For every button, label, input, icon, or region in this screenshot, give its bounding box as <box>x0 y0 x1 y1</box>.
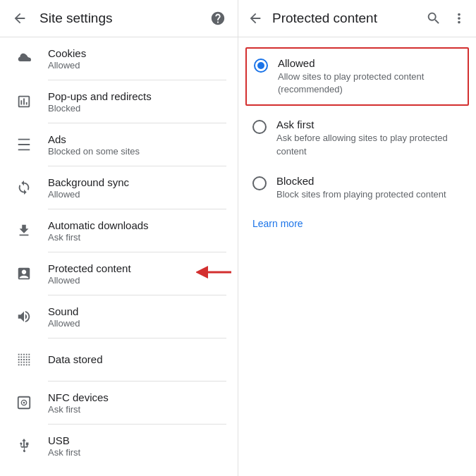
options-list: Allowed Allow sites to play protected co… <box>238 37 476 243</box>
ask-first-subtitle: Ask before allowing sites to play protec… <box>276 132 462 157</box>
option-ask-first[interactable]: Ask first Ask before allowing sites to p… <box>238 110 476 166</box>
ads-item-text: Ads Blocked on some sites <box>48 133 226 157</box>
allowed-subtitle: Allow sites to play protected content (r… <box>278 71 460 96</box>
learn-more-link[interactable]: Learn more <box>238 209 476 238</box>
cookies-item-text: Cookies Allowed <box>48 47 226 71</box>
right-back-button[interactable] <box>247 10 264 27</box>
allowed-title: Allowed <box>278 57 460 69</box>
help-button[interactable] <box>209 10 226 27</box>
protected-content-icon <box>11 261 37 286</box>
radio-inner-allowed <box>257 62 264 69</box>
data-stored-title: Data stored <box>48 353 226 365</box>
sound-item-text: Sound Allowed <box>48 305 226 329</box>
usb-title: USB <box>48 434 226 446</box>
settings-item-protected-content[interactable]: Protected content Allowed <box>0 252 238 295</box>
download-icon <box>11 218 37 243</box>
usb-icon <box>11 433 37 458</box>
right-panel-title: Protected content <box>272 11 417 26</box>
radio-blocked <box>252 176 267 190</box>
svg-point-4 <box>23 402 25 404</box>
more-options-button[interactable] <box>451 10 468 27</box>
settings-item-ads[interactable]: Ads Blocked on some sites <box>0 123 238 166</box>
settings-list: Cookies Allowed Pop-ups and redirects Bl… <box>0 37 238 476</box>
blocked-subtitle: Block sites from playing protected conte… <box>276 188 446 201</box>
cookies-subtitle: Allowed <box>48 60 226 71</box>
settings-item-data-stored[interactable]: Data stored <box>0 338 238 381</box>
usb-item-text: USB Ask first <box>48 434 226 458</box>
settings-item-downloads[interactable]: Automatic downloads Ask first <box>0 209 238 252</box>
popups-subtitle: Blocked <box>48 103 226 114</box>
background-sync-title: Background sync <box>48 176 226 188</box>
cookies-icon <box>11 46 37 71</box>
nfc-item-text: NFC devices Ask first <box>48 391 226 415</box>
usb-subtitle: Ask first <box>48 447 226 458</box>
back-button[interactable] <box>11 10 28 27</box>
background-sync-text: Background sync Allowed <box>48 176 226 200</box>
settings-item-background-sync[interactable]: Background sync Allowed <box>0 166 238 209</box>
ask-first-text: Ask first Ask before allowing sites to p… <box>276 118 462 157</box>
settings-item-nfc[interactable]: NFC devices Ask first <box>0 382 238 424</box>
settings-item-usb[interactable]: USB Ask first <box>0 425 238 467</box>
right-header: Protected content <box>238 0 476 37</box>
sound-icon <box>11 304 37 329</box>
nfc-icon <box>11 390 37 415</box>
left-panel-title: Site settings <box>39 11 198 26</box>
red-arrow-annotation <box>196 264 235 283</box>
downloads-subtitle: Ask first <box>48 232 226 243</box>
data-stored-icon <box>11 347 37 372</box>
settings-item-cookies[interactable]: Cookies Allowed <box>0 37 238 80</box>
cookies-title: Cookies <box>48 47 226 59</box>
left-header: Site settings <box>0 0 238 37</box>
nfc-subtitle: Ask first <box>48 404 226 415</box>
popups-icon <box>11 89 37 114</box>
option-allowed[interactable]: Allowed Allow sites to play protected co… <box>245 47 469 106</box>
background-sync-subtitle: Allowed <box>48 189 226 200</box>
radio-allowed <box>254 59 268 73</box>
ads-title: Ads <box>48 133 226 145</box>
popups-item-text: Pop-ups and redirects Blocked <box>48 90 226 114</box>
blocked-text: Blocked Block sites from playing protect… <box>276 175 446 201</box>
sound-title: Sound <box>48 305 226 317</box>
data-stored-item-text: Data stored <box>48 353 226 366</box>
sync-icon <box>11 175 37 200</box>
downloads-item-text: Automatic downloads Ask first <box>48 219 226 243</box>
popups-title: Pop-ups and redirects <box>48 90 226 102</box>
blocked-title: Blocked <box>276 175 446 187</box>
option-blocked[interactable]: Blocked Block sites from playing protect… <box>238 166 476 209</box>
ads-subtitle: Blocked on some sites <box>48 146 226 157</box>
settings-item-popups[interactable]: Pop-ups and redirects Blocked <box>0 80 238 123</box>
settings-item-sound[interactable]: Sound Allowed <box>0 295 238 338</box>
sound-subtitle: Allowed <box>48 318 226 329</box>
search-button[interactable] <box>425 10 442 27</box>
downloads-title: Automatic downloads <box>48 219 226 231</box>
radio-ask-first <box>252 120 267 134</box>
nfc-title: NFC devices <box>48 391 226 403</box>
left-panel: Site settings Cookies Allowed <box>0 0 238 476</box>
right-panel: Protected content Allowed Allow sites to… <box>238 0 476 476</box>
allowed-text: Allowed Allow sites to play protected co… <box>278 57 460 96</box>
ads-icon <box>11 132 37 157</box>
ask-first-title: Ask first <box>276 118 462 130</box>
